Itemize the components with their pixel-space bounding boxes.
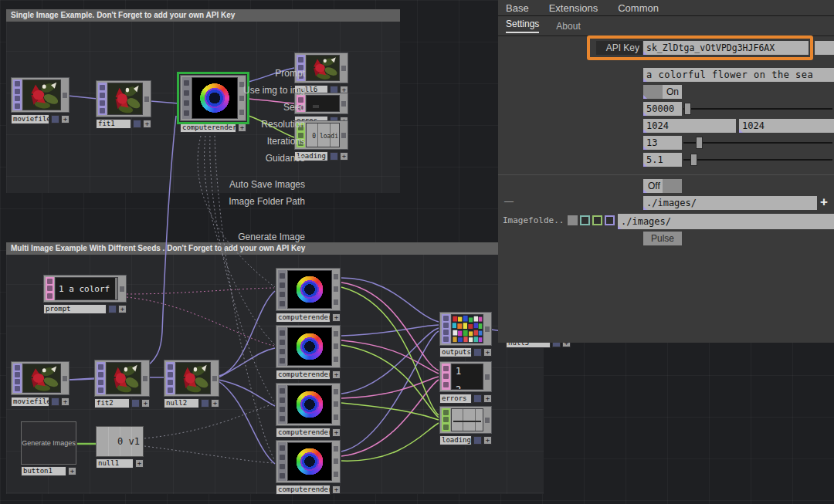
node-label[interactable]: fit2 <box>94 398 130 408</box>
seed-slider-track[interactable] <box>683 108 832 110</box>
node-viewer-toggle[interactable] <box>51 397 59 406</box>
node-computerender1[interactable]: computerender1+ <box>276 268 341 323</box>
node-viewer-toggle[interactable] <box>473 436 482 445</box>
node-flags[interactable] <box>442 364 450 390</box>
guidance-slider-track[interactable] <box>683 159 832 161</box>
node-label[interactable]: computerender <box>180 123 236 133</box>
node-flags[interactable] <box>442 408 450 431</box>
node-viewer-toggle[interactable] <box>473 394 482 403</box>
node-prompt[interactable]: 1 a colorf prompt+ <box>43 275 127 314</box>
node-flags[interactable] <box>278 442 286 481</box>
node-flags[interactable] <box>46 277 54 300</box>
section-title-single[interactable]: Single Image Example. Don't Forget to ad… <box>6 9 400 22</box>
plus-icon[interactable]: + <box>68 467 76 475</box>
plus-icon[interactable]: + <box>340 152 348 161</box>
plus-icon[interactable]: + <box>332 313 341 322</box>
iterations-slider-track[interactable] <box>683 142 832 144</box>
node-label[interactable]: outputs <box>439 347 472 357</box>
node-null1[interactable]: 0 v1 null1+ <box>96 426 144 468</box>
node-flags[interactable] <box>97 362 105 394</box>
tab-about[interactable]: About <box>556 21 580 32</box>
guidance-field[interactable]: 5.1 <box>643 153 682 167</box>
plus-icon[interactable]: + <box>483 348 492 357</box>
node-label[interactable]: computerender4 <box>276 485 331 495</box>
folder-path-field[interactable]: ./images/ <box>643 196 817 210</box>
node-outputs[interactable]: outputs+ <box>439 312 492 357</box>
plus-icon[interactable]: + <box>238 123 246 132</box>
expr-mode-bind-swatch[interactable] <box>605 215 615 225</box>
tab-settings[interactable]: Settings <box>506 19 539 33</box>
guidance-slider-handle[interactable] <box>690 154 697 166</box>
plus-icon[interactable]: + <box>118 305 127 313</box>
plus-icon[interactable]: + <box>143 120 151 128</box>
plus-icon[interactable]: + <box>332 428 341 437</box>
node-button1[interactable]: Generate Images button1+ <box>21 421 76 476</box>
resolution-y-field[interactable]: 1024 <box>739 119 834 133</box>
use-img-toggle[interactable]: On <box>643 85 682 99</box>
node-label[interactable]: button1 <box>21 466 66 476</box>
node-viewer-toggle[interactable] <box>131 399 140 408</box>
expr-mode-constant-swatch[interactable] <box>568 215 578 225</box>
node-moviefilein1[interactable]: moviefilein1+ <box>11 77 70 124</box>
menu-extensions[interactable]: Extensions <box>549 2 598 14</box>
plus-icon[interactable]: + <box>135 459 144 468</box>
plus-icon[interactable]: + <box>61 397 70 406</box>
plus-icon[interactable]: + <box>211 399 219 408</box>
node-flags[interactable] <box>278 327 286 366</box>
node-flags[interactable] <box>278 385 286 424</box>
menu-base[interactable]: Base <box>506 2 529 14</box>
api-key-field-overflow[interactable] <box>815 41 834 55</box>
section-title-multi[interactable]: Multi Image Example With Diffrent Seeds … <box>6 242 544 255</box>
node-label[interactable]: computerender3 <box>276 428 331 438</box>
add-path-plus-icon[interactable]: + <box>820 194 828 210</box>
node-flags[interactable] <box>98 83 107 115</box>
node-computerender2[interactable]: computerender2+ <box>276 325 341 380</box>
resolution-x-field[interactable]: 1024 <box>643 119 736 133</box>
node-label[interactable]: computerender1 <box>276 313 331 323</box>
plus-icon[interactable]: + <box>332 370 341 379</box>
iterations-slider-handle[interactable] <box>696 137 703 149</box>
node-loading1[interactable]: loading1+ <box>439 406 492 445</box>
node-computerender[interactable]: computerender+ <box>180 75 246 133</box>
node-flags[interactable] <box>442 314 450 343</box>
node-label[interactable]: moviefilein2 <box>11 397 49 407</box>
node-moviefilein2[interactable]: moviefilein2+ <box>11 361 70 407</box>
menu-common[interactable]: Common <box>618 2 659 14</box>
plus-icon[interactable]: + <box>332 485 341 494</box>
prompt-field[interactable]: a colorful flower on the sea <box>643 68 834 82</box>
node-fit1[interactable]: fit1+ <box>96 80 151 129</box>
plus-icon[interactable]: + <box>483 436 492 445</box>
plus-icon[interactable]: + <box>483 394 492 403</box>
seed-field[interactable]: 50000 <box>643 102 682 116</box>
node-label[interactable]: computerender2 <box>276 370 331 380</box>
seed-slider-handle[interactable] <box>684 103 691 115</box>
node-flags[interactable] <box>13 79 22 110</box>
node-label[interactable]: loading1 <box>439 435 472 445</box>
node-viewer-toggle[interactable] <box>133 120 141 128</box>
node-viewer-toggle[interactable] <box>201 399 209 408</box>
node-flags[interactable] <box>182 77 191 119</box>
iterations-field[interactable]: 13 <box>643 136 682 150</box>
node-computerender3[interactable]: computerender3+ <box>276 383 341 438</box>
collapse-minus-icon[interactable]: — <box>504 196 514 207</box>
node-errors[interactable]: 1 2 errors+ <box>439 361 492 404</box>
plus-icon[interactable]: + <box>141 399 150 408</box>
node-flags[interactable] <box>166 362 175 394</box>
auto-save-toggle[interactable]: Off <box>643 179 682 193</box>
plus-icon[interactable]: + <box>61 115 70 123</box>
node-computerender4[interactable]: computerender4+ <box>276 440 341 495</box>
node-label[interactable]: moviefilein1 <box>11 114 49 124</box>
generate-images-button[interactable]: Generate Images <box>21 421 76 465</box>
node-label[interactable]: null2 <box>164 398 199 408</box>
node-label[interactable]: fit1 <box>96 119 131 129</box>
pulse-button[interactable]: Pulse <box>643 232 682 245</box>
node-flags[interactable] <box>13 364 22 393</box>
expr-mode-export-swatch[interactable] <box>592 215 602 225</box>
node-label[interactable]: null1 <box>96 458 134 468</box>
node-label[interactable]: errors <box>439 394 472 404</box>
node-fit2[interactable]: fit2+ <box>94 360 150 408</box>
node-viewer-toggle[interactable] <box>473 348 482 357</box>
node-viewer-toggle[interactable] <box>108 305 117 313</box>
node-viewer-toggle[interactable] <box>330 152 338 161</box>
node-label[interactable]: prompt <box>43 304 107 314</box>
